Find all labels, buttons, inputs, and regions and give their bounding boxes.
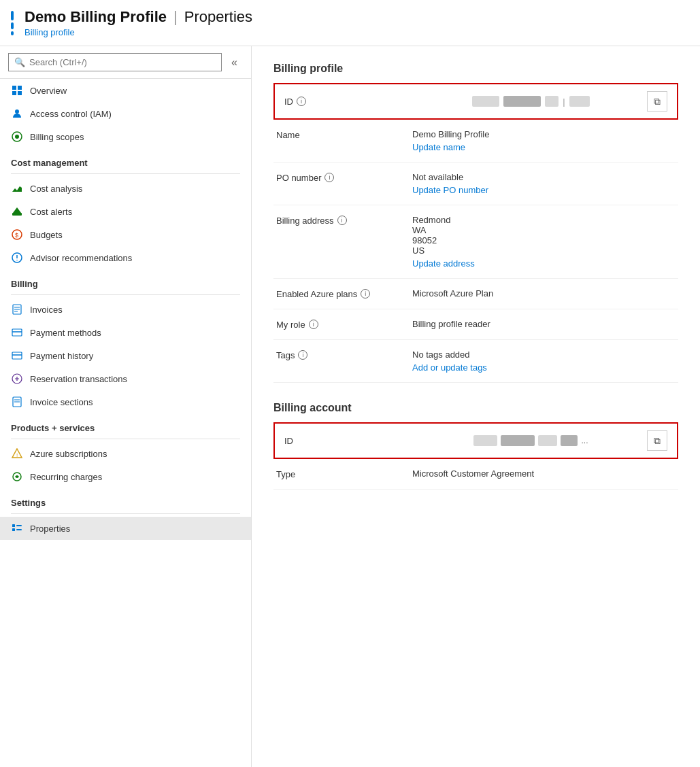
sidebar-nav: Overview Access control (IAM) Billing sc… [0, 79, 251, 767]
my-role-value: Billing profile reader [412, 319, 676, 329]
title-divider: | [173, 8, 178, 26]
id-segment-2 [503, 96, 541, 107]
id-info-icon[interactable]: i [297, 97, 306, 106]
tags-row: Tags i No tags added Add or update tags [273, 340, 678, 383]
billing-account-copy-button[interactable]: ⧉ [647, 430, 667, 451]
billing-profile-id-row: ID i | ⧉ [273, 83, 678, 120]
sidebar-item-overview[interactable]: Overview [0, 79, 251, 102]
svg-rect-2 [12, 91, 16, 95]
name-value-area: Demo Billing Profile Update name [412, 129, 676, 152]
overview-label: Overview [30, 86, 67, 96]
sidebar-item-invoices[interactable]: Invoices [0, 298, 251, 321]
address-line-4: US [412, 245, 676, 256]
update-address-link[interactable]: Update address [412, 258, 676, 269]
properties-label: Properties [30, 524, 70, 534]
search-box-wrap[interactable]: 🔍 [8, 53, 222, 71]
azure-plans-value: Microsoft Azure Plan [412, 288, 676, 299]
access-control-label: Access control (IAM) [30, 109, 112, 119]
sidebar-item-properties[interactable]: Properties [0, 517, 251, 540]
svg-rect-27 [12, 528, 15, 531]
products-services-header: Products + services [0, 413, 251, 436]
logo-bar-mid [11, 22, 14, 29]
billing-account-id-row: ID ... ⧉ [273, 422, 678, 459]
azure-plans-info-icon[interactable]: i [361, 289, 370, 299]
overview-icon [11, 84, 23, 97]
page-header: Demo Billing Profile | Properties Billin… [0, 0, 700, 46]
sidebar-item-billing-scopes[interactable]: Billing scopes [0, 125, 251, 148]
sidebar-item-recurring-charges[interactable]: Recurring charges [0, 465, 251, 488]
payment-history-icon [11, 350, 23, 362]
id-copy-button[interactable]: ⧉ [647, 91, 667, 112]
advisor-label: Advisor recommendations [30, 253, 132, 263]
svg-point-6 [15, 135, 19, 139]
azure-logo [11, 11, 14, 35]
update-name-link[interactable]: Update name [412, 142, 676, 152]
properties-icon [11, 522, 23, 534]
sidebar-item-cost-alerts[interactable]: Cost alerts [0, 200, 251, 223]
my-role-row: My role i Billing profile reader [273, 309, 678, 340]
header-text-area: Demo Billing Profile | Properties Billin… [24, 8, 252, 37]
tags-label: Tags i [276, 350, 412, 360]
reservation-transactions-label: Reservation transactions [30, 374, 127, 384]
ba-segment-2 [501, 435, 535, 446]
main-content: Billing profile ID i | ⧉ Name Demo Billi… [252, 46, 700, 767]
address-line-3: 98052 [412, 235, 676, 245]
invoice-sections-label: Invoice sections [30, 397, 93, 407]
settings-divider [11, 513, 240, 514]
azure-subscriptions-label: Azure subscriptions [30, 449, 107, 459]
budgets-icon: $ [11, 228, 23, 241]
sidebar-item-azure-subscriptions[interactable]: ! Azure subscriptions [0, 442, 251, 465]
type-value: Microsoft Customer Agreement [412, 468, 676, 479]
update-po-link[interactable]: Update PO number [412, 185, 676, 195]
collapse-sidebar-button[interactable]: « [226, 56, 243, 69]
cost-management-header: Cost management [0, 148, 251, 171]
sidebar-item-budgets[interactable]: $ Budgets [0, 223, 251, 246]
sidebar-item-invoice-sections[interactable]: Invoice sections [0, 390, 251, 413]
tags-info-icon[interactable]: i [298, 350, 307, 360]
sidebar: 🔍 « Overview Access control (IAM) [0, 46, 252, 767]
svg-rect-1 [18, 86, 22, 90]
sidebar-item-access-control[interactable]: Access control (IAM) [0, 102, 251, 125]
po-label: PO number i [276, 172, 412, 183]
azure-plans-label: Enabled Azure plans i [276, 288, 412, 299]
payment-methods-label: Payment methods [30, 328, 101, 338]
billing-account-title: Billing account [273, 402, 678, 414]
sidebar-item-payment-methods[interactable]: Payment methods [0, 321, 251, 344]
svg-rect-15 [12, 329, 22, 336]
name-label: Name [276, 129, 412, 140]
breadcrumb: Billing profile [24, 27, 252, 37]
advisor-icon [11, 252, 23, 264]
sidebar-item-reservation-transactions[interactable]: Reservation transactions [0, 367, 251, 390]
reservation-icon [11, 373, 23, 385]
svg-rect-29 [16, 529, 22, 530]
po-value: Not available [412, 172, 463, 182]
svg-rect-0 [12, 86, 16, 90]
ba-segment-1 [473, 435, 497, 446]
invoices-label: Invoices [30, 305, 63, 315]
tags-value-area: No tags added Add or update tags [412, 350, 676, 373]
address-info-icon[interactable]: i [337, 216, 347, 225]
svg-point-4 [15, 109, 19, 114]
po-info-icon[interactable]: i [324, 173, 334, 182]
address-label: Billing address i [276, 215, 412, 226]
billing-account-id-label: ID [284, 436, 420, 446]
svg-rect-26 [12, 524, 15, 527]
tags-value: No tags added [412, 350, 470, 360]
tags-link[interactable]: Add or update tags [412, 362, 676, 373]
cost-management-divider [11, 173, 240, 174]
ba-ellipsis: ... [581, 436, 588, 445]
id-value-bar: | [472, 96, 589, 107]
address-value-area: Redmond WA 98052 US Update address [412, 215, 676, 269]
billing-account-id-value: ... [473, 435, 588, 446]
logo-bar-tall [11, 11, 14, 20]
address-line-1: Redmond [412, 215, 676, 225]
ba-segment-4 [561, 435, 578, 446]
sidebar-item-advisor[interactable]: Advisor recommendations [0, 246, 251, 269]
my-role-info-icon[interactable]: i [309, 320, 318, 329]
my-role-label: My role i [276, 319, 412, 330]
page-title: Demo Billing Profile [24, 8, 167, 26]
cost-alerts-icon [11, 205, 23, 218]
sidebar-item-payment-history[interactable]: Payment history [0, 344, 251, 367]
sidebar-item-cost-analysis[interactable]: Cost analysis [0, 177, 251, 200]
search-input[interactable] [29, 57, 216, 67]
